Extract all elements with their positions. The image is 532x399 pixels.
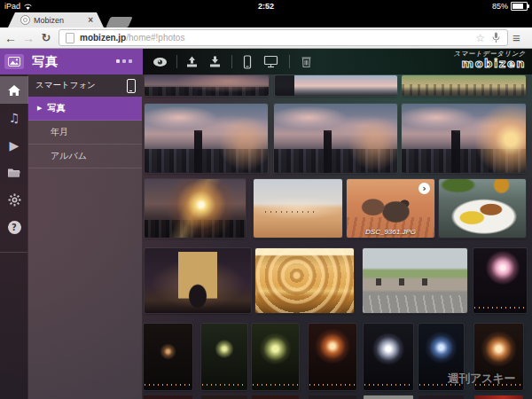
back-button[interactable]: ←	[2, 32, 20, 44]
device-label: スマートフォン	[35, 80, 96, 91]
device-header[interactable]: スマートフォン	[28, 74, 142, 97]
phone-view-button[interactable]	[242, 55, 253, 69]
photo-city-sunset-1[interactable]	[145, 104, 268, 173]
clock: 2:52	[0, 2, 532, 11]
url-host: mobizen.jp	[80, 33, 126, 43]
sidebar-item-by-date[interactable]: 年月	[28, 121, 142, 145]
sidebar-panel: スマートフォン ▶ 写真 年月 アルバム	[28, 74, 143, 399]
photo-arc-de-triomphe[interactable]	[145, 248, 251, 313]
voice-search-icon[interactable]	[492, 32, 500, 43]
music-note-icon: ♫	[9, 112, 20, 124]
photo-city-sunset-2[interactable]	[274, 104, 397, 173]
page-title: 写真	[32, 54, 59, 70]
rail-item-files[interactable]	[0, 159, 28, 186]
photo-city-pano-2[interactable]	[275, 75, 397, 96]
download-button[interactable]	[208, 56, 222, 68]
url-path: /home#!photos	[126, 33, 184, 43]
sidebar-item-albums[interactable]: アルバム	[28, 145, 142, 168]
sidebar-item-photos[interactable]: ▶ 写真	[28, 97, 142, 121]
photo-pastry-display[interactable]	[255, 248, 354, 313]
photo-sunflare-city[interactable]	[145, 179, 246, 238]
photo-fireworks-red[interactable]	[309, 324, 356, 390]
header-options-icon[interactable]	[116, 59, 132, 63]
sidebar-item-label: 写真	[47, 102, 65, 114]
photo-fireworks-green-large[interactable]	[252, 324, 299, 390]
photo-desert-caravan[interactable]	[254, 179, 342, 238]
app-header: 写真	[0, 49, 143, 74]
ios-status-bar: iPad 2:52 85%	[0, 0, 532, 12]
photo-clipped-7[interactable]	[474, 395, 523, 399]
tab-close-button[interactable]: ×	[88, 15, 93, 25]
rail-item-help[interactable]: ?	[0, 214, 28, 241]
bookmark-star-icon[interactable]: ☆	[475, 32, 485, 44]
monitor-view-button[interactable]	[263, 55, 278, 68]
folder-icon	[7, 168, 21, 178]
rail-divider	[0, 252, 27, 253]
watermark: 週刊アスキー	[448, 371, 515, 387]
upload-button[interactable]	[185, 56, 199, 68]
tab-title: Mobizen	[34, 16, 88, 25]
play-icon: ▶	[10, 139, 20, 152]
smartphone-icon	[127, 79, 136, 93]
battery-icon	[511, 2, 528, 11]
help-icon: ?	[8, 221, 21, 234]
battery-percent: 85%	[492, 2, 508, 11]
forward-button[interactable]: →	[20, 32, 37, 44]
photo-clipped-6[interactable]	[419, 395, 464, 399]
photo-city-pano-1[interactable]	[145, 75, 269, 96]
gear-icon	[8, 193, 21, 207]
selected-marker: ▶	[37, 105, 42, 112]
preview-eye-button[interactable]	[153, 57, 168, 67]
chrome-menu-button[interactable]: ≡	[512, 33, 526, 43]
tab-strip: Mobizen ×	[0, 12, 532, 27]
photo-clipped-1[interactable]	[144, 395, 192, 399]
home-icon	[7, 84, 21, 97]
sidebar-rail: ♫ ▶ ?	[0, 74, 28, 399]
sidebar-item-label: アルバム	[51, 150, 87, 162]
rail-item-videos[interactable]: ▶	[0, 131, 28, 159]
photo-city-sunset-3[interactable]	[402, 104, 526, 173]
photo-clipped-5[interactable]	[364, 395, 413, 399]
photo-food-plate[interactable]	[439, 179, 526, 238]
photo-clipped-4[interactable]	[309, 395, 356, 399]
browser-tab[interactable]: Mobizen ×	[8, 12, 104, 27]
mobizen-favicon	[20, 15, 30, 25]
rail-item-settings[interactable]	[0, 186, 28, 214]
rail-item-music[interactable]: ♫	[0, 104, 28, 131]
photo-filename: DSC_9361.JPG	[347, 228, 434, 236]
browser-toolbar: ← → ↻ mobizen.jp /home#!photos ☆ ≡	[0, 27, 532, 49]
brand-block: スマートデータリンク mobizen	[454, 51, 526, 71]
photo-clipped-2[interactable]	[201, 395, 247, 399]
mobizen-app: 写真	[0, 49, 532, 399]
photos-section-icon	[4, 54, 24, 69]
photo-clipped-3[interactable]	[252, 395, 299, 399]
trash-button[interactable]	[301, 55, 312, 68]
photo-stone-ruin[interactable]	[363, 248, 467, 313]
mobizen-logo: mobizen	[454, 58, 526, 70]
photo-fireworks-pink[interactable]	[473, 248, 527, 313]
reload-button[interactable]: ↻	[37, 32, 55, 43]
rail-item-home[interactable]	[0, 76, 28, 104]
gallery-toolbar: スマートデータリンク mobizen	[143, 49, 532, 74]
ipad-screen: iPad 2:52 85% Mobizen × ← → ↻ mobizen.jp…	[0, 0, 532, 399]
new-tab-button[interactable]	[106, 17, 132, 27]
page-icon	[66, 33, 74, 43]
photo-fireworks-amber[interactable]	[144, 324, 192, 390]
photo-camels-selected[interactable]: › DSC_9361.JPG	[347, 179, 434, 238]
sidebar-item-label: 年月	[51, 126, 68, 138]
photo-fireworks-green-small[interactable]	[201, 324, 247, 390]
address-bar[interactable]: mobizen.jp /home#!photos ☆	[59, 29, 508, 46]
photo-fireworks-white[interactable]	[364, 324, 413, 390]
expand-arrow-badge[interactable]: ›	[419, 183, 430, 194]
photo-city-pano-3[interactable]	[402, 75, 526, 96]
